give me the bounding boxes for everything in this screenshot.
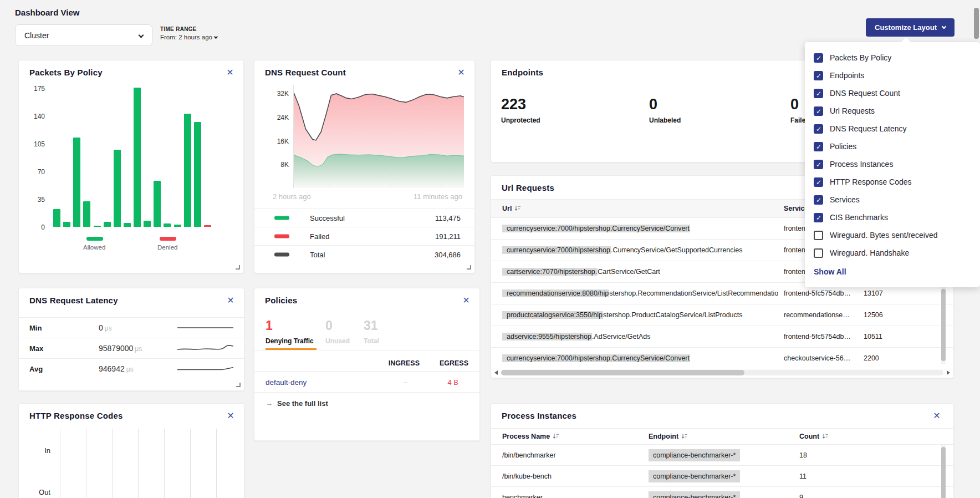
checkbox-icon[interactable] bbox=[814, 213, 823, 222]
checkbox-icon[interactable] bbox=[814, 53, 823, 63]
latency-label: Max bbox=[29, 344, 43, 353]
url-cell: currencyservice:7000/hipstershop.Currenc… bbox=[502, 225, 778, 232]
dashboard-page: Dashboard View Cluster TIME RANGE From: … bbox=[0, 0, 980, 498]
stat-total[interactable]: 31 Total bbox=[364, 319, 379, 345]
stat-label: Unprotected bbox=[501, 116, 540, 124]
card-title: Endpoints bbox=[502, 68, 543, 77]
y-axis-tick: 16K bbox=[270, 138, 289, 145]
scrollbar-thumb[interactable] bbox=[501, 370, 744, 375]
stat-denying-traffic[interactable]: 1 Denying Traffic bbox=[266, 319, 314, 345]
page-title: Dashboard View bbox=[15, 8, 79, 17]
customize-layout-label: Customize Layout bbox=[875, 23, 937, 32]
time-range-from[interactable]: From: 2 hours ago bbox=[160, 34, 217, 40]
horizontal-scrollbar[interactable] bbox=[492, 369, 952, 376]
menu-item-wireguard-bytes[interactable]: Wireguard. Bytes sent/received bbox=[805, 226, 980, 244]
menu-item-cis-benchmarks[interactable]: CIS Benchmarks bbox=[805, 209, 980, 226]
policy-row[interactable]: default-deny – 4 B bbox=[254, 371, 479, 393]
column-header-process-name[interactable]: Process Name bbox=[502, 433, 559, 440]
menu-item-dns-request-count[interactable]: DNS Request Count bbox=[805, 84, 980, 102]
checkbox-icon[interactable] bbox=[814, 124, 823, 134]
legend-label: Total bbox=[310, 251, 325, 259]
count-cell: 12506 bbox=[864, 311, 883, 319]
checkbox-icon[interactable] bbox=[814, 231, 823, 240]
sparkline bbox=[176, 363, 234, 375]
total-swatch bbox=[274, 253, 289, 257]
checkbox-icon[interactable] bbox=[814, 248, 823, 258]
menu-item-endpoints[interactable]: Endpoints bbox=[805, 67, 980, 84]
menu-item-policies[interactable]: Policies bbox=[805, 138, 980, 155]
checkbox-icon[interactable] bbox=[814, 71, 823, 80]
process-name-cell: /bin/benchmarker bbox=[502, 451, 556, 459]
scroll-right-icon[interactable] bbox=[947, 370, 950, 375]
x-axis-left-label: 2 hours ago bbox=[273, 192, 311, 201]
checkbox-icon[interactable] bbox=[814, 177, 823, 187]
denied-legend-swatch bbox=[160, 237, 176, 241]
table-row[interactable]: /bin/benchmarker compliance-benchmarker-… bbox=[491, 445, 953, 466]
checkbox-icon[interactable] bbox=[814, 89, 823, 98]
policy-name-link[interactable]: default-deny bbox=[266, 378, 307, 386]
menu-item-wireguard-handshake[interactable]: Wireguard. Handshake bbox=[805, 244, 980, 262]
show-all-link[interactable]: Show All bbox=[814, 267, 846, 276]
legend-row-total: Total 304,686 bbox=[254, 245, 474, 263]
menu-item-services[interactable]: Services bbox=[805, 191, 980, 209]
table-row[interactable]: benchmarker compliance-benchmarker-* 9 bbox=[491, 487, 953, 498]
scrollbar-thumb[interactable] bbox=[941, 447, 946, 498]
checkbox-icon[interactable] bbox=[814, 142, 823, 151]
y-axis-tick: 175 bbox=[26, 85, 45, 93]
y-axis-tick: 24K bbox=[270, 114, 289, 121]
stat-unused[interactable]: 0 Unused bbox=[325, 319, 350, 345]
stat-label: Unlabeled bbox=[649, 116, 681, 124]
menu-item-dns-request-latency[interactable]: DNS Request Latency bbox=[805, 120, 980, 138]
view-selector-value: Cluster bbox=[24, 31, 139, 40]
legend-value: 191,211 bbox=[435, 232, 461, 241]
y-axis-tick: 35 bbox=[26, 196, 45, 204]
card-title: Url Requests bbox=[502, 183, 554, 192]
service-cell: checkoutservice-56… bbox=[784, 354, 858, 362]
table-row[interactable]: productcatalogservice:3550/hipstershop.P… bbox=[491, 304, 953, 326]
close-icon[interactable] bbox=[224, 67, 236, 78]
latency-row-avg: Avg 946942μs bbox=[19, 358, 244, 379]
sparkline bbox=[176, 342, 234, 354]
grid-line bbox=[60, 429, 60, 498]
customize-layout-button[interactable]: Customize Layout bbox=[866, 18, 955, 37]
grid-line bbox=[112, 429, 113, 498]
stat-label: Denying Traffic bbox=[266, 337, 314, 345]
menu-item-http-response-codes[interactable]: HTTP Response Codes bbox=[805, 173, 980, 191]
scrollbar-thumb[interactable] bbox=[974, 8, 979, 39]
column-header-url[interactable]: Url bbox=[502, 205, 521, 212]
endpoint-cell: compliance-benchmarker-* bbox=[649, 472, 740, 480]
legend-label: Successful bbox=[310, 214, 345, 222]
close-icon[interactable] bbox=[461, 295, 472, 306]
y-axis-tick: 32K bbox=[270, 90, 289, 98]
close-icon[interactable] bbox=[456, 67, 467, 78]
area-chart bbox=[293, 85, 463, 188]
resize-handle[interactable] bbox=[236, 265, 240, 270]
resize-handle[interactable] bbox=[467, 265, 471, 270]
scrollbar-track[interactable] bbox=[501, 370, 943, 375]
table-row[interactable]: adservice:9555/hipstershop.AdService/Get… bbox=[491, 326, 953, 348]
checkbox-icon[interactable] bbox=[814, 160, 823, 169]
vertical-scrollbar[interactable] bbox=[941, 445, 946, 498]
table-row[interactable]: currencyservice:7000/hipstershop.Currenc… bbox=[491, 348, 953, 369]
customize-layout-menu: Packets By Policy Endpoints DNS Request … bbox=[805, 42, 980, 287]
row-label-out: Out bbox=[28, 488, 50, 496]
close-icon[interactable] bbox=[225, 410, 236, 421]
menu-item-url-requests[interactable]: Url Requests bbox=[805, 102, 980, 120]
chevron-down-icon bbox=[139, 33, 144, 38]
checkbox-icon[interactable] bbox=[814, 106, 823, 116]
table-row[interactable]: /bin/kube-bench compliance-benchmarker-*… bbox=[491, 466, 953, 487]
scrollbar-thumb[interactable] bbox=[941, 289, 946, 361]
checkbox-icon[interactable] bbox=[814, 195, 823, 205]
resize-handle[interactable] bbox=[236, 383, 241, 387]
view-selector-dropdown[interactable]: Cluster bbox=[15, 24, 152, 46]
menu-item-process-instances[interactable]: Process Instances bbox=[805, 155, 980, 173]
close-icon[interactable] bbox=[931, 410, 942, 421]
menu-item-packets-by-policy[interactable]: Packets By Policy bbox=[805, 49, 980, 67]
column-header-count[interactable]: Count bbox=[799, 433, 829, 440]
egress-value: 4 B bbox=[447, 378, 458, 386]
close-icon[interactable] bbox=[225, 295, 236, 306]
count-cell: 11 bbox=[799, 472, 807, 480]
see-full-list-link[interactable]: →See the full list bbox=[266, 399, 328, 408]
column-header-endpoint[interactable]: Endpoint bbox=[649, 433, 688, 440]
scroll-left-icon[interactable] bbox=[494, 370, 498, 375]
